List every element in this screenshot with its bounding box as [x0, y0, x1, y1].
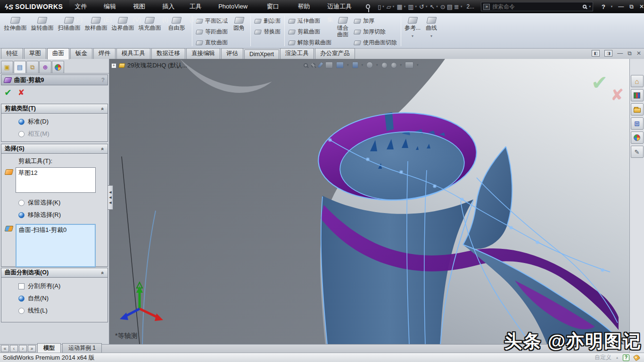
doc-restore-button[interactable]: ⧉: [627, 50, 632, 57]
selection-group-header[interactable]: 选择(S) «: [1, 144, 108, 154]
view-palette-button[interactable]: ⊞: [631, 117, 644, 130]
tab-weldments[interactable]: 焊件: [93, 48, 116, 59]
open-document-icon[interactable]: ▱: [387, 3, 391, 10]
tab-data-migration[interactable]: 数据迁移: [151, 48, 185, 59]
tab-sketch[interactable]: 草图: [24, 48, 46, 59]
motion-study-tab[interactable]: 运动算例 1: [62, 343, 102, 353]
menu-tools[interactable]: 工具(T): [184, 0, 213, 13]
qat-overflow[interactable]: 2...: [466, 3, 474, 10]
dropdown-icon[interactable]: ▾: [362, 63, 363, 67]
search-dropdown-icon[interactable]: ▾: [589, 5, 591, 8]
rebuild-icon[interactable]: ⊙: [440, 3, 446, 10]
graphics-area[interactable]: + 29玫瑰花DHQ (默认... ▾ ▾ ▾ ▾ ▾ ✔ ✘ *等轴测: [109, 59, 629, 344]
radio-selected-icon[interactable]: [18, 212, 25, 218]
reference-geometry-button[interactable]: 参考...▾: [403, 15, 422, 47]
doc-minimize-button[interactable]: —: [617, 50, 623, 57]
remove-selections-option[interactable]: 移除选择(R): [1, 209, 107, 221]
tab-office-products[interactable]: 办公室产品: [315, 48, 355, 59]
design-library-button[interactable]: [631, 89, 644, 101]
display-manager-tab[interactable]: [52, 61, 64, 73]
zoom-to-area-icon[interactable]: [311, 63, 315, 67]
split-pane-left-icon[interactable]: ◧: [592, 50, 600, 57]
first-tab-nav-button[interactable]: «: [1, 345, 9, 352]
view-orientation-previous-icon[interactable]: [325, 62, 333, 68]
solidworks-resources-button[interactable]: ⌂: [631, 75, 644, 87]
dropdown-icon[interactable]: ▾: [404, 5, 406, 8]
dropdown-icon[interactable]: ▾: [461, 5, 462, 8]
feature-manager-tree-tab[interactable]: ▣: [1, 61, 13, 73]
search-magnifier-icon[interactable]: [583, 5, 586, 8]
dropdown-icon[interactable]: ▾: [430, 34, 432, 38]
tab-surfaces[interactable]: 曲面: [47, 48, 69, 59]
collapse-chevron-icon[interactable]: «: [100, 271, 106, 274]
pm-help-icon[interactable]: ?: [101, 77, 105, 83]
linear-option[interactable]: 线性(L): [1, 304, 107, 317]
next-tab-nav-button[interactable]: ›: [19, 345, 27, 352]
select-cursor-icon[interactable]: ↖: [429, 3, 435, 10]
confirmation-corner-ok-icon[interactable]: ✔: [591, 71, 608, 94]
help-dropdown-icon[interactable]: ▾: [611, 5, 613, 8]
split-pane-right-icon[interactable]: ◨: [604, 50, 612, 57]
curves-button[interactable]: 曲线▾: [422, 15, 441, 47]
radio-icon[interactable]: [18, 200, 25, 206]
tab-sheet-metal[interactable]: 钣金: [70, 48, 92, 59]
trim-surface-button[interactable]: 剪裁曲面: [287, 27, 333, 36]
untrim-surface-button[interactable]: 解除剪裁曲面: [287, 38, 333, 47]
previous-tab-nav-button[interactable]: ‹: [10, 345, 18, 352]
standard-trim-option[interactable]: 标准(D): [1, 115, 107, 128]
new-document-icon[interactable]: ▯: [378, 3, 381, 10]
last-tab-nav-button[interactable]: »: [28, 345, 36, 352]
custom-properties-button[interactable]: ✎: [631, 146, 644, 158]
ruled-surface-button[interactable]: 直纹曲面: [194, 38, 230, 47]
zoom-to-fit-icon[interactable]: [304, 63, 308, 67]
dropdown-icon[interactable]: ▾: [415, 5, 417, 8]
tag-icon[interactable]: [633, 354, 640, 361]
knit-surface-button[interactable]: 缝合曲面: [333, 15, 352, 47]
customize-link[interactable]: 自定义: [594, 354, 611, 362]
natural-option[interactable]: 自然(N): [1, 292, 107, 304]
menu-view[interactable]: 视图(V): [128, 0, 157, 13]
replace-face-button[interactable]: 替换面: [253, 27, 282, 36]
checkbox-icon[interactable]: [18, 283, 25, 289]
3d-scene[interactable]: [109, 59, 629, 344]
dropdown-icon[interactable]: ▾: [426, 5, 428, 8]
restore-button[interactable]: ⧉: [629, 3, 634, 10]
menu-photoview360[interactable]: PhotoView 360: [213, 0, 262, 13]
confirmation-corner-cancel-icon[interactable]: ✘: [611, 85, 624, 104]
boundary-surface-button[interactable]: 边界曲面: [109, 15, 136, 47]
search-input[interactable]: [492, 3, 580, 10]
radio-selected-icon[interactable]: [18, 119, 25, 125]
hide-show-items-icon[interactable]: [366, 62, 373, 68]
mutual-trim-option[interactable]: 相互(M): [1, 128, 107, 140]
revolved-surface-button[interactable]: 旋转曲面: [29, 15, 56, 47]
doc-close-button[interactable]: ✕: [636, 50, 641, 57]
minimize-button[interactable]: —: [618, 3, 624, 10]
model-tab[interactable]: 模型: [37, 343, 61, 353]
dropdown-icon[interactable]: ▾: [347, 63, 349, 67]
menu-edit[interactable]: 编辑(E): [99, 0, 128, 13]
view-orientation-icon[interactable]: [336, 62, 344, 68]
options-icon[interactable]: ≣: [454, 3, 459, 10]
tab-render-tools[interactable]: 渲染工具: [280, 48, 314, 59]
cut-with-surface-button[interactable]: 使用曲面切除: [352, 38, 399, 47]
undo-icon[interactable]: ↺: [419, 3, 424, 10]
tab-direct-editing[interactable]: 直接编辑: [186, 48, 220, 59]
tree-expand-icon[interactable]: +: [111, 63, 116, 68]
ok-button[interactable]: ✔: [4, 87, 12, 98]
radio-selected-icon[interactable]: [18, 296, 25, 302]
dropdown-icon[interactable]: ▾: [417, 63, 419, 67]
command-search-box[interactable]: » ▾: [481, 2, 593, 11]
tab-mold-tools[interactable]: 模具工具: [116, 48, 150, 59]
dropdown-icon[interactable]: ▾: [412, 34, 413, 38]
close-button[interactable]: ✕: [639, 3, 644, 10]
keep-selections-option[interactable]: 保留选择(K): [1, 197, 107, 209]
menu-maidi-tools[interactable]: 迈迪工具集: [322, 0, 361, 13]
help-icon[interactable]: ?: [602, 3, 605, 10]
pieces-value[interactable]: 曲面-扫描1-剪裁0: [19, 226, 66, 233]
pin-menu-icon[interactable]: [366, 4, 371, 9]
dimxpert-manager-tab[interactable]: ⊕: [39, 61, 51, 73]
fillet-button[interactable]: 圆角: [230, 15, 248, 47]
save-icon[interactable]: ▦: [396, 3, 402, 10]
trim-type-group-header[interactable]: 剪裁类型(T) «: [1, 104, 108, 114]
offset-surface-button[interactable]: 等距曲面: [194, 27, 230, 36]
